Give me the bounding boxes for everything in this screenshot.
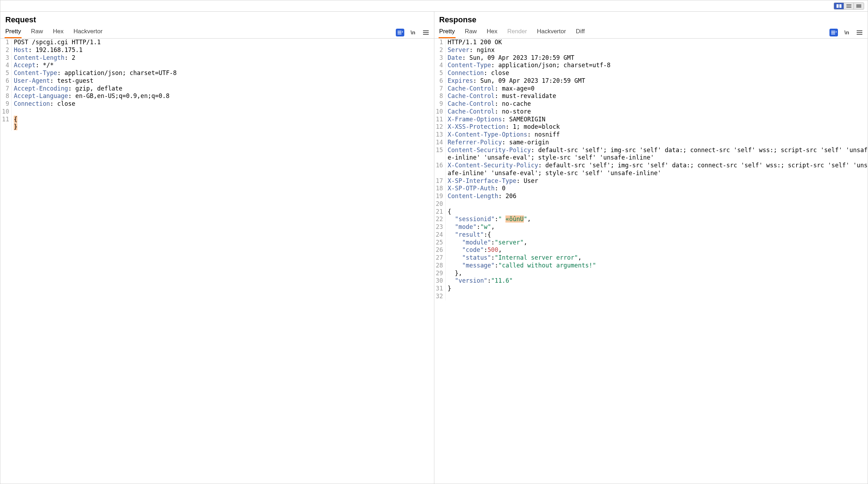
code-line[interactable]: 6Expires: Sun, 09 Apr 2023 17:20:59 GMT <box>434 77 868 85</box>
line-content[interactable]: Expires: Sun, 09 Apr 2023 17:20:59 GMT <box>446 77 868 85</box>
code-line[interactable]: 9Connection: close <box>0 100 434 108</box>
line-content[interactable]: {} <box>12 116 434 131</box>
code-line[interactable]: 3Date: Sun, 09 Apr 2023 17:20:59 GMT <box>434 54 868 62</box>
layout-vertical-split-button[interactable] <box>834 3 844 9</box>
code-line[interactable]: 15Content-Security-Policy: default-src '… <box>434 146 868 162</box>
tab-pretty[interactable]: Pretty <box>439 27 456 38</box>
line-content[interactable]: Content-Security-Policy: default-src 'se… <box>446 146 868 162</box>
code-line[interactable]: 24 "result":{ <box>434 231 868 239</box>
code-line[interactable]: 7Cache-Control: max-age=0 <box>434 85 868 93</box>
code-line[interactable]: 27 "status":"Internal server error", <box>434 254 868 262</box>
code-line[interactable]: 4Accept: */* <box>0 62 434 69</box>
code-line[interactable]: 3Content-Length: 2 <box>0 54 434 62</box>
code-line[interactable]: 2Server: nginx <box>434 46 868 54</box>
line-content[interactable]: Date: Sun, 09 Apr 2023 17:20:59 GMT <box>446 54 868 62</box>
line-content[interactable] <box>446 200 868 208</box>
code-line[interactable]: 30 "version":"11.6" <box>434 277 868 285</box>
line-content[interactable]: "code":500, <box>446 246 868 254</box>
code-line[interactable]: 14Referrer-Policy: same-origin <box>434 139 868 146</box>
code-line[interactable]: 9Cache-Control: no-cache <box>434 100 868 108</box>
line-content[interactable]: "status":"Internal server error", <box>446 254 868 262</box>
line-content[interactable]: Accept-Language: en-GB,en-US;q=0.9,en;q=… <box>12 92 434 100</box>
layout-horizontal-split-button[interactable] <box>844 3 854 9</box>
line-content[interactable]: "result":{ <box>446 231 868 239</box>
line-content[interactable]: POST /spcgi.cgi HTTP/1.1 <box>12 39 434 46</box>
code-line[interactable]: 22 "sessionid":" «õûnU", <box>434 215 868 223</box>
tab-pretty[interactable]: Pretty <box>5 27 22 38</box>
tab-hex[interactable]: Hex <box>486 27 498 38</box>
tab-hackvertor[interactable]: Hackvertor <box>536 27 567 38</box>
line-content[interactable]: Server: nginx <box>446 46 868 54</box>
code-line[interactable]: 5Content-Type: application/json; charset… <box>0 69 434 77</box>
code-line[interactable]: 28 "message":"called without arguments!" <box>434 262 868 270</box>
code-line[interactable]: 29 }, <box>434 270 868 277</box>
code-line[interactable]: 10 <box>0 108 434 116</box>
code-line[interactable]: 20 <box>434 200 868 208</box>
line-content[interactable]: Content-Type: application/json; charset=… <box>12 69 434 77</box>
code-line[interactable]: 21{ <box>434 208 868 216</box>
line-content[interactable]: X-XSS-Protection: 1; mode=block <box>446 123 868 131</box>
code-line[interactable]: 23 "mode":"w", <box>434 223 868 231</box>
code-line[interactable]: 10Cache-Control: no-store <box>434 108 868 116</box>
line-content[interactable]: Host: 192.168.175.1 <box>12 46 434 54</box>
tab-raw[interactable]: Raw <box>464 27 478 38</box>
line-content[interactable]: Accept-Encoding: gzip, deflate <box>12 85 434 93</box>
response-code-area[interactable]: 1HTTP/1.1 200 OK2Server: nginx3Date: Sun… <box>434 39 868 484</box>
code-line[interactable]: 7Accept-Encoding: gzip, deflate <box>0 85 434 93</box>
actions-icon[interactable] <box>396 29 404 36</box>
tab-raw[interactable]: Raw <box>30 27 44 38</box>
line-content[interactable]: "mode":"w", <box>446 223 868 231</box>
line-content[interactable]: Connection: close <box>446 69 868 77</box>
layout-single-button[interactable] <box>854 3 864 9</box>
code-line[interactable]: 17X-SP-Interface-Type: User <box>434 177 868 185</box>
code-line[interactable]: 4Content-Type: application/json; charset… <box>434 62 868 69</box>
code-line[interactable]: 31} <box>434 285 868 293</box>
code-line[interactable]: 2Host: 192.168.175.1 <box>0 46 434 54</box>
line-content[interactable]: Cache-Control: max-age=0 <box>446 85 868 93</box>
actions-icon[interactable] <box>829 29 838 36</box>
line-content[interactable]: Accept: */* <box>12 62 434 69</box>
tab-hex[interactable]: Hex <box>52 27 64 38</box>
line-content[interactable]: } <box>446 285 868 293</box>
code-line[interactable]: 25 "module":"server", <box>434 239 868 247</box>
line-content[interactable]: { <box>446 208 868 216</box>
line-content[interactable]: X-SP-OTP-Auth: 0 <box>446 185 868 192</box>
line-content[interactable]: Connection: close <box>12 100 434 108</box>
code-line[interactable]: 11{} <box>0 116 434 131</box>
line-content[interactable]: X-Frame-Options: SAMEORIGIN <box>446 116 868 123</box>
code-line[interactable]: 16X-Content-Security-Policy: default-src… <box>434 162 868 177</box>
code-line[interactable]: 32 <box>434 293 868 300</box>
line-content[interactable]: X-Content-Type-Options: nosniff <box>446 131 868 139</box>
line-content[interactable]: "sessionid":" «õûnU", <box>446 215 868 223</box>
line-content[interactable]: Content-Length: 2 <box>12 54 434 62</box>
code-line[interactable]: 5Connection: close <box>434 69 868 77</box>
code-line[interactable]: 8Cache-Control: must-revalidate <box>434 92 868 100</box>
code-line[interactable]: 8Accept-Language: en-GB,en-US;q=0.9,en;q… <box>0 92 434 100</box>
code-line[interactable]: 26 "code":500, <box>434 246 868 254</box>
line-content[interactable]: Cache-Control: must-revalidate <box>446 92 868 100</box>
line-content[interactable]: Cache-Control: no-store <box>446 108 868 116</box>
line-content[interactable]: "message":"called without arguments!" <box>446 262 868 270</box>
line-content[interactable]: X-Content-Security-Policy: default-src '… <box>446 162 868 177</box>
line-content[interactable]: }, <box>446 270 868 277</box>
line-content[interactable] <box>12 108 434 116</box>
code-line[interactable]: 13X-Content-Type-Options: nosniff <box>434 131 868 139</box>
line-content[interactable]: X-SP-Interface-Type: User <box>446 177 868 185</box>
line-content[interactable]: HTTP/1.1 200 OK <box>446 39 868 46</box>
line-content[interactable]: "version":"11.6" <box>446 277 868 285</box>
tab-hackvertor[interactable]: Hackvertor <box>73 27 103 38</box>
request-code-area[interactable]: 1POST /spcgi.cgi HTTP/1.12Host: 192.168.… <box>0 39 434 484</box>
code-line[interactable]: 19Content-Length: 206 <box>434 192 868 200</box>
code-line[interactable]: 1HTTP/1.1 200 OK <box>434 39 868 46</box>
code-line[interactable]: 12X-XSS-Protection: 1; mode=block <box>434 123 868 131</box>
line-content[interactable]: Referrer-Policy: same-origin <box>446 139 868 146</box>
line-content[interactable]: Cache-Control: no-cache <box>446 100 868 108</box>
code-line[interactable]: 11X-Frame-Options: SAMEORIGIN <box>434 116 868 123</box>
newline-toggle[interactable]: \n <box>409 29 417 36</box>
code-line[interactable]: 18X-SP-OTP-Auth: 0 <box>434 185 868 192</box>
code-line[interactable]: 1POST /spcgi.cgi HTTP/1.1 <box>0 39 434 46</box>
line-content[interactable]: Content-Type: application/json; charset=… <box>446 62 868 69</box>
line-content[interactable]: User-Agent: test-guest <box>12 77 434 85</box>
line-content[interactable] <box>446 293 868 300</box>
menu-icon[interactable] <box>856 29 863 36</box>
